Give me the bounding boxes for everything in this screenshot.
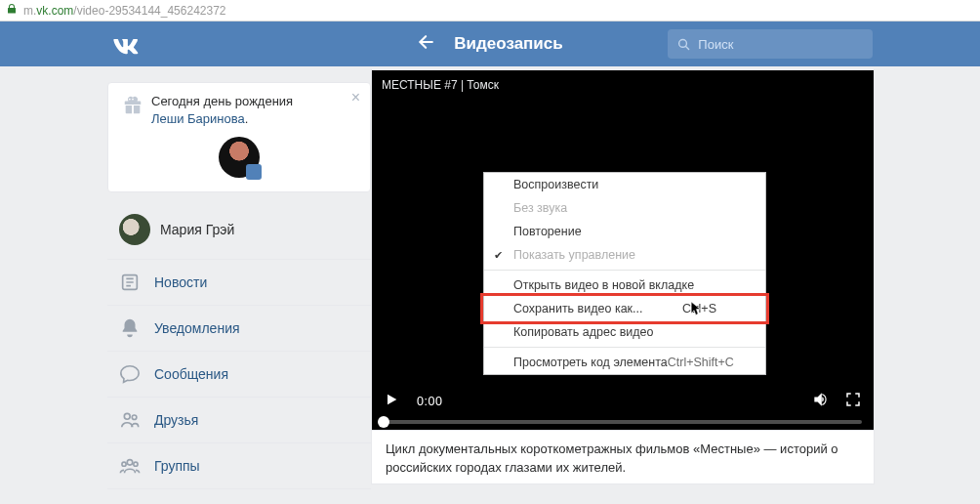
sidebar-item-groups[interactable]: Группы <box>107 442 371 488</box>
context-item-loop[interactable]: Повторение <box>484 220 765 243</box>
video-title: МЕСТНЫЕ #7 | Томск <box>372 70 874 100</box>
context-item-mute: Без звука <box>484 196 765 220</box>
context-item-copy-address[interactable]: Копировать адрес видео <box>484 320 765 344</box>
shortcut-label: Ctrl+Shift+C <box>668 356 734 369</box>
groups-icon <box>119 455 141 477</box>
close-icon[interactable]: × <box>347 89 364 106</box>
sidebar-item-news[interactable]: Новости <box>107 259 371 305</box>
birthday-avatar[interactable] <box>219 137 260 178</box>
search-box[interactable] <box>668 29 873 59</box>
context-item-open-new-tab[interactable]: Открыть видео в новой вкладке <box>484 273 765 297</box>
video-time-label: 0:00 <box>417 395 442 408</box>
svg-point-2 <box>124 413 130 419</box>
user-name-label: Мария Грэй <box>160 222 234 237</box>
sidebar-item-notifications[interactable]: Уведомления <box>107 305 371 351</box>
fullscreen-icon[interactable] <box>844 391 862 411</box>
lock-icon <box>6 3 18 18</box>
right-column: МЕСТНЫЕ #7 | Томск Воспроизвести Без зву… <box>371 66 875 504</box>
video-description: Цикл документальных короткометражных фил… <box>371 431 875 484</box>
messages-icon <box>119 363 141 385</box>
video-progress-bar[interactable] <box>384 420 862 424</box>
header-center: Видеозапись <box>417 32 562 57</box>
gift-icon <box>122 95 143 119</box>
content-area: × Сегодня день рождения Леши Баринова. М… <box>0 66 980 504</box>
svg-point-4 <box>127 460 133 466</box>
svg-point-3 <box>132 415 137 420</box>
context-separator <box>484 270 765 271</box>
page-title: Видеозапись <box>454 34 562 54</box>
vk-header: Видеозапись <box>0 21 980 66</box>
left-column: × Сегодня день рождения Леши Баринова. М… <box>107 66 371 504</box>
sidebar-item-friends[interactable]: Друзья <box>107 397 371 442</box>
sidebar-item-messages[interactable]: Сообщения <box>107 351 371 397</box>
context-item-inspect[interactable]: Просмотреть код элемента Ctrl+Shift+C <box>484 351 765 374</box>
progress-knob[interactable] <box>378 416 389 428</box>
birthday-card: × Сегодня день рождения Леши Баринова. <box>107 82 371 192</box>
news-icon <box>119 272 141 293</box>
cursor-icon <box>690 300 704 320</box>
browser-address-bar[interactable]: m.vk.com/video-29534144_456242372 <box>0 0 980 21</box>
context-item-save-as[interactable]: Сохранить видео как... Ctrl+S <box>484 297 765 320</box>
context-item-show-controls: Показать управление <box>484 243 765 267</box>
video-player[interactable]: Воспроизвести Без звука Повторение Показ… <box>372 100 874 430</box>
search-icon <box>677 37 690 52</box>
svg-point-5 <box>122 462 126 466</box>
context-separator <box>484 347 765 348</box>
birthday-text: Сегодня день рождения Леши Баринова. <box>151 93 293 127</box>
context-menu: Воспроизвести Без звука Повторение Показ… <box>483 172 766 375</box>
search-input[interactable] <box>698 37 863 52</box>
current-user[interactable]: Мария Грэй <box>107 208 371 259</box>
bell-icon <box>119 317 141 339</box>
video-controls: 0:00 <box>372 382 874 430</box>
friends-icon <box>119 409 141 431</box>
browser-url: m.vk.com/video-29534144_456242372 <box>23 4 226 18</box>
user-avatar-icon <box>119 214 150 245</box>
volume-icon[interactable] <box>811 390 831 412</box>
vk-logo-icon[interactable] <box>111 31 141 63</box>
svg-point-6 <box>134 462 138 466</box>
video-panel: МЕСТНЫЕ #7 | Томск Воспроизвести Без зву… <box>371 69 875 431</box>
sidebar-item-photos[interactable]: Фотографии <box>107 488 371 504</box>
back-arrow-icon[interactable] <box>417 32 436 57</box>
context-item-play[interactable]: Воспроизвести <box>484 173 765 196</box>
play-icon[interactable] <box>384 392 399 410</box>
birthday-person-link[interactable]: Леши Баринова <box>151 111 245 126</box>
